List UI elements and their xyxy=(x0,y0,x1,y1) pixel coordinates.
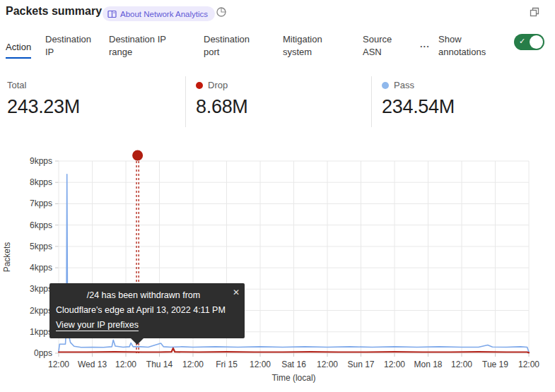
more-tabs-button[interactable]: ... xyxy=(420,39,430,49)
check-icon: ✓ xyxy=(519,37,525,46)
divider xyxy=(371,76,372,127)
stat-pass: Pass 234.54M xyxy=(382,80,455,118)
svg-text:5kpps: 5kpps xyxy=(30,242,52,251)
svg-text:8kpps: 8kpps xyxy=(30,177,52,187)
tab-destination-port[interactable]: Destination port xyxy=(204,33,257,59)
stat-pass-label: Pass xyxy=(394,80,414,90)
stat-total-label: Total xyxy=(7,80,26,90)
svg-text:Thu 14: Thu 14 xyxy=(146,360,173,369)
time-period-icon xyxy=(216,6,227,18)
badge-label: About Network Analytics xyxy=(120,10,208,18)
svg-text:Time (local): Time (local) xyxy=(271,373,315,383)
stat-pass-value: 234.54M xyxy=(382,96,455,118)
about-network-analytics-badge[interactable]: About Network Analytics xyxy=(103,6,215,21)
svg-text:7kpps: 7kpps xyxy=(30,198,52,208)
stat-drop-label: Drop xyxy=(208,80,228,90)
stat-drop-value: 8.68M xyxy=(196,96,248,118)
tooltip-line1: /24 has been withdrawn from xyxy=(56,288,238,303)
svg-text:Tue 19: Tue 19 xyxy=(482,360,508,369)
svg-text:0pps: 0pps xyxy=(34,348,52,358)
packets-time-series-chart: 0pps1kpps2kpps3kpps4kpps5kpps6kpps7kpps8… xyxy=(0,145,555,392)
summary-stats: Total 243.23M Drop 8.68M Pass 234.54M xyxy=(0,74,555,131)
packets-chart[interactable]: 0pps1kpps2kpps3kpps4kpps5kpps6kpps7kpps8… xyxy=(0,145,555,392)
book-icon xyxy=(107,10,117,18)
tab-destination-ip-range[interactable]: Destination IP range xyxy=(109,33,177,59)
stat-total: Total 243.23M xyxy=(7,80,80,118)
close-icon[interactable]: ✕ xyxy=(233,285,240,300)
svg-text:12:00: 12:00 xyxy=(250,360,271,369)
header: Packets summary About Network Analytics xyxy=(0,0,555,28)
svg-text:Sat 16: Sat 16 xyxy=(281,360,306,369)
svg-text:12:00: 12:00 xyxy=(451,360,472,369)
drop-legend-dot xyxy=(196,82,203,89)
page-title: Packets summary xyxy=(6,5,102,18)
tab-mitigation-system[interactable]: Mitigation system xyxy=(283,33,332,59)
svg-text:Mon 18: Mon 18 xyxy=(414,360,442,369)
tab-action[interactable]: Action xyxy=(6,41,31,54)
svg-text:Packets: Packets xyxy=(2,242,12,273)
svg-text:9kpps: 9kpps xyxy=(30,156,52,166)
divider xyxy=(185,76,186,127)
svg-text:12:00: 12:00 xyxy=(115,360,136,369)
svg-text:12:00: 12:00 xyxy=(384,360,405,369)
svg-text:Sun 17: Sun 17 xyxy=(347,360,374,369)
svg-text:12:00: 12:00 xyxy=(182,360,204,369)
dimension-tabs: Action Destination IP Destination IP ran… xyxy=(0,32,555,67)
svg-text:Fri 15: Fri 15 xyxy=(216,360,238,369)
tooltip-line2: Cloudflare's edge at April 13, 2022 4:11… xyxy=(56,303,238,318)
expand-window-icon[interactable] xyxy=(529,6,540,18)
svg-text:12:00: 12:00 xyxy=(48,360,69,369)
tab-source-asn[interactable]: Source ASN xyxy=(363,33,398,59)
stat-total-value: 243.23M xyxy=(7,96,80,118)
svg-text:12:00: 12:00 xyxy=(518,360,539,369)
svg-text:Wed 13: Wed 13 xyxy=(78,360,107,369)
svg-text:12:00: 12:00 xyxy=(317,360,338,369)
view-ip-prefixes-link[interactable]: View your IP prefixes xyxy=(56,320,139,330)
tooltip-pointer xyxy=(131,338,144,345)
stat-drop: Drop 8.68M xyxy=(196,80,248,118)
show-annotations-toggle[interactable]: ✓ xyxy=(514,34,544,50)
pass-legend-dot xyxy=(382,82,389,89)
annotation-tooltip: /24 has been withdrawn from Cloudflare's… xyxy=(49,283,245,338)
tab-destination-ip[interactable]: Destination IP xyxy=(45,33,96,59)
svg-text:6kpps: 6kpps xyxy=(30,220,52,230)
toggle-knob xyxy=(530,35,543,49)
show-annotations-label: Show annotations xyxy=(438,33,495,59)
svg-text:4kpps: 4kpps xyxy=(30,263,52,273)
